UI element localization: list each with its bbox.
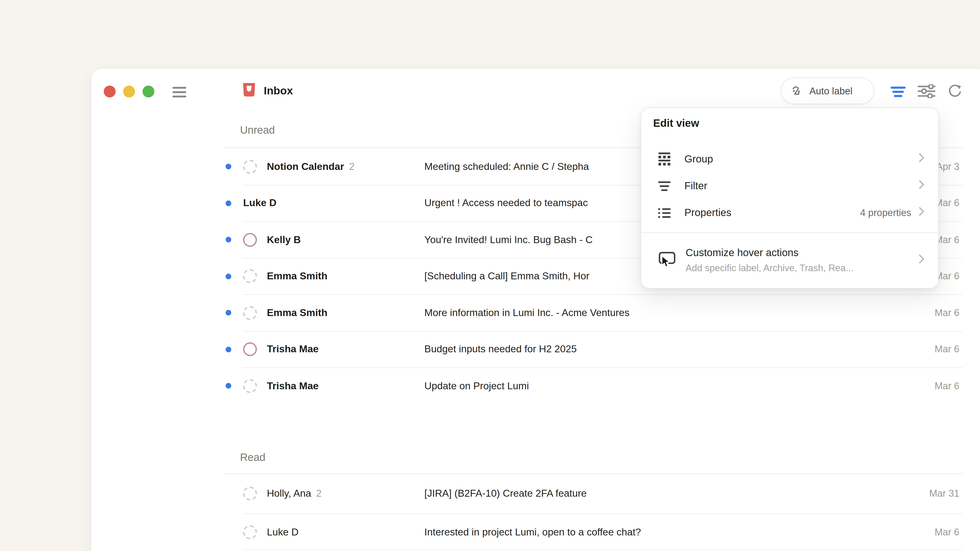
zoom-window-button[interactable] [142,86,154,98]
sender-name: Luke D [243,197,277,208]
menu-item-group[interactable]: Group [645,146,934,172]
window-controls [104,86,154,98]
group-icon [658,152,671,165]
email-row[interactable]: Trisha Mae Update on Project Lumi Mar 6 [91,367,980,404]
sender-name: Holly, Ana [267,488,311,499]
auto-label-wand-icon [791,85,803,97]
sender-name: Trisha Mae [267,380,319,391]
cursor-pointer-icon [661,256,671,271]
hover-actions-icon [658,252,676,268]
menu-item-label: Customize hover actions [686,247,919,259]
unread-dot [226,237,231,242]
sender-name: Luke D [267,527,299,537]
email-date: Mar 6 [935,307,959,318]
properties-count: 4 properties [860,207,911,218]
inbox-icon [242,83,256,100]
unread-dot [226,346,231,352]
sender-name: Trisha Mae [267,344,319,354]
email-subject: More information in Lumi Inc. - Acme Ven… [425,307,630,318]
close-window-button[interactable] [104,86,116,98]
screen: Inbox Auto label [0,0,980,551]
menu-item-label: Group [684,153,919,165]
auto-label-text: Auto label [809,85,853,97]
email-date: Mar 6 [935,344,959,355]
unread-dot [226,273,231,279]
edit-view-popover: Edit view Group [641,107,939,289]
email-subject: Interested in project Lumi, open to a co… [425,527,641,538]
avatar [243,379,257,392]
avatar [243,526,257,539]
page-title: Inbox [264,84,293,97]
sender-name: Kelly B [267,234,301,245]
minimize-window-button[interactable] [123,86,135,98]
refresh-icon[interactable] [948,84,963,101]
divider [242,549,963,550]
menu-item-label: Filter [684,180,919,192]
email-subject: You're Invited! Lumi Inc. Bug Bash - C [425,234,593,245]
divider [641,232,938,233]
email-date: Mar 6 [935,527,959,538]
email-subject: [JIRA] (B2FA-10) Create 2FA feature [425,488,587,499]
email-date: Mar 6 [935,380,959,391]
email-subject: [Scheduling a Call] Emma Smith, Hor [425,270,590,282]
email-row[interactable]: Trisha Mae Budget inputs needed for H2 2… [91,331,980,367]
unread-dot [226,310,231,316]
filter-icon [658,179,671,192]
menu-item-customize-hover-actions[interactable]: Customize hover actions Add specific lab… [645,237,934,283]
avatar [243,342,257,356]
menu-item-properties[interactable]: Properties 4 properties [645,199,934,226]
email-date: Apr 3 [936,161,959,172]
menu-item-label: Properties [684,207,860,219]
display-settings-icon[interactable] [918,84,935,101]
email-row[interactable]: Luke D Interested in project Lumi, open … [91,514,980,551]
menu-item-filter[interactable]: Filter [645,172,934,199]
email-row[interactable]: Holly, Ana2 [JIRA] (B2FA-10) Create 2FA … [91,474,980,513]
chevron-right-icon [919,254,924,266]
auto-label-button[interactable]: Auto label [781,78,874,104]
chevron-right-icon [919,153,924,165]
avatar [243,306,257,320]
sender-name: Notion Calendar [267,161,344,171]
sender-name: Emma Smith [267,307,328,318]
avatar [243,160,257,173]
popover-title: Edit view [653,118,699,130]
avatar [243,487,257,500]
chevron-right-icon [919,207,924,219]
unread-dot [226,200,231,206]
thread-count: 2 [316,488,321,499]
sender-name: Emma Smith [267,270,328,281]
email-subject: Meeting scheduled: Annie C / Stepha [425,161,589,172]
properties-icon [658,206,671,219]
sidebar-menu-icon[interactable] [172,87,186,97]
unread-dot [226,383,231,389]
avatar [243,269,257,283]
section-header-unread: Unread [240,124,275,137]
email-date: Mar 31 [929,488,959,499]
avatar [243,233,257,246]
menu-item-description: Add specific label, Archive, Trash, Rea.… [686,262,919,273]
chevron-right-icon [919,180,924,192]
section-header-read: Read [240,452,266,464]
email-row[interactable]: Emma Smith More information in Lumi Inc.… [91,294,980,331]
email-subject: Update on Project Lumi [425,380,529,391]
email-subject: Urgent ! Access needed to teamspac [425,197,588,209]
email-subject: Budget inputs needed for H2 2025 [425,344,577,355]
filter-active-icon[interactable] [890,86,906,100]
unread-dot [226,164,231,169]
thread-count: 2 [349,161,355,171]
